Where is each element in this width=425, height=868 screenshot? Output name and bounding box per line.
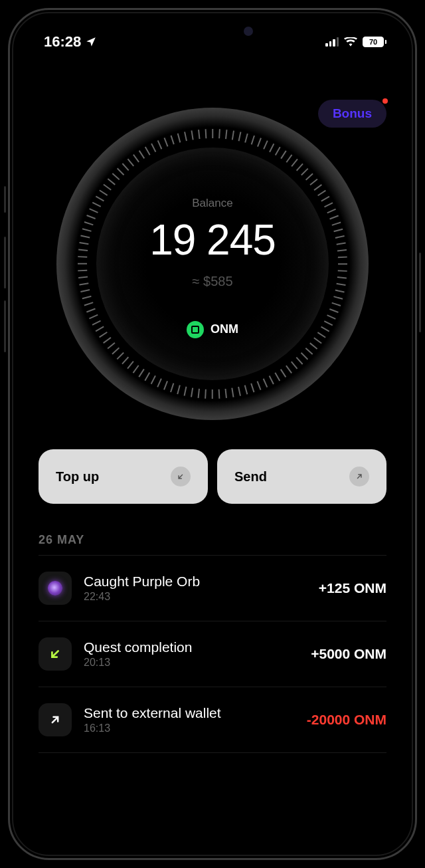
bonus-button[interactable]: Bonus xyxy=(318,100,386,128)
wifi-icon xyxy=(344,37,357,47)
battery-icon: 70 xyxy=(363,37,386,47)
send-label: Send xyxy=(234,469,267,485)
cellular-icon xyxy=(325,37,339,47)
sent-arrow-icon xyxy=(39,703,72,736)
transaction-amount: +5000 ONM xyxy=(311,646,386,662)
transaction-title: Quest completion xyxy=(84,639,299,655)
balance-label: Balance xyxy=(192,197,232,210)
transaction-time: 16:13 xyxy=(84,722,295,734)
topup-button[interactable]: Top up xyxy=(39,449,208,504)
arrow-down-left-icon xyxy=(171,467,191,487)
location-icon xyxy=(85,36,97,48)
transaction-row[interactable]: Sent to external wallet 16:13 -20000 ONM xyxy=(39,687,386,753)
transaction-row[interactable]: Quest completion 20:13 +5000 ONM xyxy=(39,621,386,687)
bonus-label: Bonus xyxy=(333,106,372,120)
transaction-row[interactable]: Caught Purple Orb 22:43 +125 ONM xyxy=(39,556,386,621)
orb-icon xyxy=(39,572,72,605)
balance-dial: Balance 19 245 ≈ $585 ONM xyxy=(56,108,369,420)
transaction-amount: -20000 ONM xyxy=(307,712,386,728)
balance-amount: 19 245 xyxy=(149,215,276,265)
quest-arrow-icon xyxy=(39,637,72,671)
token-chip[interactable]: ONM xyxy=(187,321,238,338)
balance-usd: ≈ $585 xyxy=(192,274,232,289)
status-time: 16:28 xyxy=(44,33,97,51)
topup-label: Top up xyxy=(56,469,99,485)
bonus-notification-dot xyxy=(382,98,388,104)
send-button[interactable]: Send xyxy=(217,449,386,504)
arrow-up-right-icon xyxy=(349,467,369,487)
transactions-list: Caught Purple Orb 22:43 +125 ONM Quest c… xyxy=(39,555,386,753)
token-name: ONM xyxy=(211,322,238,336)
transaction-title: Sent to external wallet xyxy=(84,705,295,721)
transactions-date: 26 MAY xyxy=(39,533,386,547)
transaction-time: 20:13 xyxy=(84,657,299,669)
token-icon xyxy=(187,321,204,338)
transaction-title: Caught Purple Orb xyxy=(84,574,307,590)
transaction-amount: +125 ONM xyxy=(319,580,386,596)
transaction-time: 22:43 xyxy=(84,591,307,603)
